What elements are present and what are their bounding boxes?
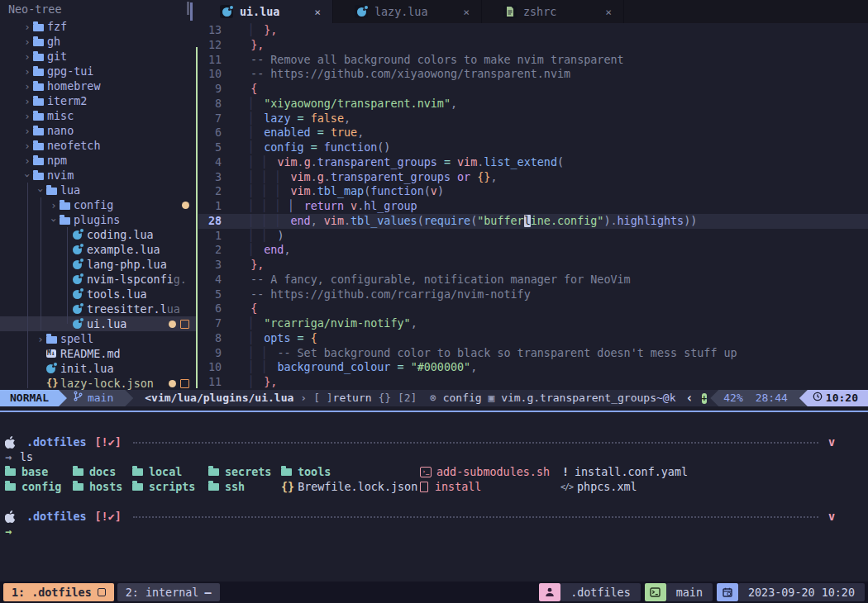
tree-item-label: git — [47, 50, 67, 63]
folder-icon — [33, 141, 47, 150]
tree-item-fzf[interactable]: ›fzf — [0, 19, 196, 34]
tree-item-spell[interactable]: ›spell — [0, 331, 196, 346]
tree-item-gh[interactable]: ›gh — [0, 34, 196, 49]
chevron-right-icon: › — [300, 390, 307, 406]
code-line[interactable]: 7 ▏ lazy = false, — [198, 112, 868, 126]
tree-item-nvim-lspconfi[interactable]: nvim-lspconfig. — [0, 272, 196, 287]
line-number: 7 — [198, 316, 222, 331]
tmux-window-1: .dotfiles[interactable]: 1: .dotfiles — [3, 583, 114, 601]
code-line[interactable]: 9 ▏ ▏ -- Set background color to black s… — [198, 346, 868, 361]
expander-chevron-icon[interactable]: › — [21, 95, 33, 107]
code-buffer[interactable]: 13 ▏ },12 },11 -- Remove all background … — [198, 23, 868, 390]
tree-item-coding.lua[interactable]: coding.lua — [0, 227, 196, 242]
code-line[interactable]: 10 ▏ ▏ background_colour = "#000000", — [198, 360, 868, 375]
tree-item-homebrew[interactable]: ›homebrew — [0, 78, 196, 93]
tmux-window-label: 2: internal — [126, 586, 199, 599]
tree-item-label: gh — [47, 36, 60, 48]
tree-item-tools.lua[interactable]: tools.lua — [0, 287, 196, 302]
code-line[interactable]: 10 -- https://github.com/xiyaowong/trans… — [198, 67, 868, 82]
code-line[interactable]: 8 ▏ opts = { — [198, 331, 868, 346]
tree-item-README.md[interactable]: M↓README.md — [0, 346, 196, 361]
shell-cursor-line[interactable]: → — [0, 524, 868, 539]
tree-item-iterm2[interactable]: ›iterm2 — [0, 93, 196, 108]
expander-chevron-icon[interactable]: › — [21, 140, 33, 152]
code-line[interactable]: 5 ▏ config = function() — [198, 140, 868, 155]
tree-item-label: homebrew — [47, 80, 101, 93]
tab-close-icon[interactable]: × — [311, 6, 324, 18]
expander-chevron-icon[interactable]: › — [35, 333, 46, 345]
code-line[interactable]: 4 -- A fancy, configurable, notification… — [198, 273, 868, 287]
terminal-screen: Neo-tree ›fzf›gh›git›gpg-tui›homebrew›it… — [0, 0, 868, 603]
code-line[interactable]: 11 -- Remove all background colors to ma… — [198, 53, 868, 68]
code-line[interactable]: 7 ▏ "rcarriga/nvim-notify", — [198, 316, 868, 331]
ls-entry-base: base — [5, 464, 48, 479]
code-line[interactable]: 1 ▏ ▏ ) — [198, 229, 868, 244]
expander-chevron-icon[interactable]: › — [48, 199, 60, 211]
tree-item-nano[interactable]: ›nano — [0, 123, 196, 138]
expander-chevron-icon[interactable]: › — [21, 50, 33, 63]
expander-chevron-icon[interactable]: › — [21, 36, 33, 48]
tree-item-nvim[interactable]: ›nvim — [0, 168, 196, 183]
neotree-scrollbar[interactable] — [187, 2, 189, 15]
tree-item-ui.lua[interactable]: ui.lua — [0, 316, 196, 331]
tab-zshrc[interactable]: zshrc× — [482, 0, 624, 23]
code-line[interactable]: 12 }, — [198, 38, 868, 53]
lua-file-icon — [46, 364, 60, 373]
tree-item-npm[interactable]: ›npm — [0, 153, 196, 168]
code-line[interactable]: 8 ▏ "xiyaowong/transparent.nvim", — [198, 97, 868, 112]
tree-item-lang-php.lua[interactable]: lang-php.lua — [0, 257, 196, 272]
code-line[interactable]: 6 { — [198, 302, 868, 316]
tree-item-misc[interactable]: ›misc — [0, 108, 196, 123]
tree-item-config[interactable]: ›config — [0, 197, 196, 212]
shell-pane[interactable]: .dotfiles[!✔]v→lsbasedocslocalsecretstoo… — [0, 412, 868, 582]
prompt-git-status: [!✔] — [95, 510, 122, 523]
code-line-current[interactable]: 28 ▏ ▏ ▏ end, vim.tbl_values(require("bu… — [198, 214, 868, 229]
tree-item-lua[interactable]: ›lua — [0, 183, 196, 197]
tab-ui.lua[interactable]: ui.lua× — [198, 0, 333, 23]
expander-chevron-icon[interactable]: › — [21, 169, 34, 181]
code-line[interactable]: 4 ▏ ▏ vim.g.transparent_groups = vim.lis… — [198, 155, 868, 170]
expander-chevron-icon[interactable]: › — [21, 21, 33, 33]
tab-lazy.lua[interactable]: lazy.lua× — [333, 0, 482, 23]
code-text: ▏ "xiyaowong/transparent.nvim", — [237, 97, 457, 112]
tree-item-neofetch[interactable]: ›neofetch — [0, 138, 196, 153]
tmux-right-status: .dotfiles main 2023-09-20 10:20 — [539, 583, 865, 601]
code-line[interactable]: 3 }, — [198, 258, 868, 273]
tmux-window-2: internal[interactable]: 2: internal– — [117, 583, 220, 601]
expander-chevron-icon[interactable]: › — [35, 184, 47, 196]
tree-item-init.lua[interactable]: init.lua — [0, 361, 196, 376]
neotree-sidebar[interactable]: Neo-tree ›fzf›gh›git›gpg-tui›homebrew›it… — [0, 0, 196, 390]
tree-item-git[interactable]: ›git — [0, 49, 196, 64]
expander-chevron-icon[interactable]: › — [48, 214, 60, 226]
code-line[interactable]: 1 ▏ ▏ ▏ ▏ return v.hl_group — [198, 199, 868, 214]
tree-item-label: README.md — [60, 348, 121, 360]
expander-chevron-icon[interactable]: › — [21, 65, 33, 78]
ls-entry-secrets: secrets — [208, 464, 271, 479]
code-line[interactable]: 2 ▏ ▏ ▏ vim.tbl_map(function(v) — [198, 184, 868, 199]
code-text: { — [237, 302, 257, 316]
code-line[interactable]: 9 { — [198, 82, 868, 97]
code-line[interactable]: 2 ▏ end, — [198, 243, 868, 258]
code-line[interactable]: 6 ▏ enabled = true, — [198, 126, 868, 140]
expander-chevron-icon[interactable]: › — [21, 80, 33, 93]
line-number: 1 — [198, 199, 222, 214]
expander-chevron-icon[interactable]: › — [21, 110, 33, 122]
file-progress-segment: 42% 28:44 — [710, 390, 808, 406]
folder-icon — [46, 186, 60, 195]
tree-item-treesitter.l[interactable]: treesitter.lua — [0, 302, 196, 316]
tree-item-plugins[interactable]: ›plugins — [0, 212, 196, 227]
tab-close-icon[interactable]: × — [460, 6, 473, 18]
session-icon — [539, 583, 560, 601]
tree-item-gpg-tui[interactable]: ›gpg-tui — [0, 64, 196, 78]
code-context-breadcrumb: [ ]return {} [2] ⊗ config ▣ vim.g.transp… — [313, 390, 656, 406]
code-line[interactable]: 5 -- https://github.com/rcarriga/nvim-no… — [198, 287, 868, 302]
expander-chevron-icon[interactable]: › — [21, 154, 33, 167]
tree-item-lazy-lock.json[interactable]: {}lazy-lock.json — [0, 376, 196, 390]
code-line[interactable]: 13 ▏ }, — [198, 23, 868, 38]
tree-item-example.lua[interactable]: example.lua — [0, 242, 196, 257]
expander-chevron-icon[interactable]: › — [21, 125, 33, 137]
code-line[interactable]: 11 ▏ }, — [198, 375, 868, 390]
window-separator[interactable] — [196, 47, 198, 388]
tab-close-icon[interactable]: × — [602, 6, 615, 18]
code-line[interactable]: 3 ▏ ▏ ▏ vim.g.transparent_groups or {}, — [198, 170, 868, 185]
